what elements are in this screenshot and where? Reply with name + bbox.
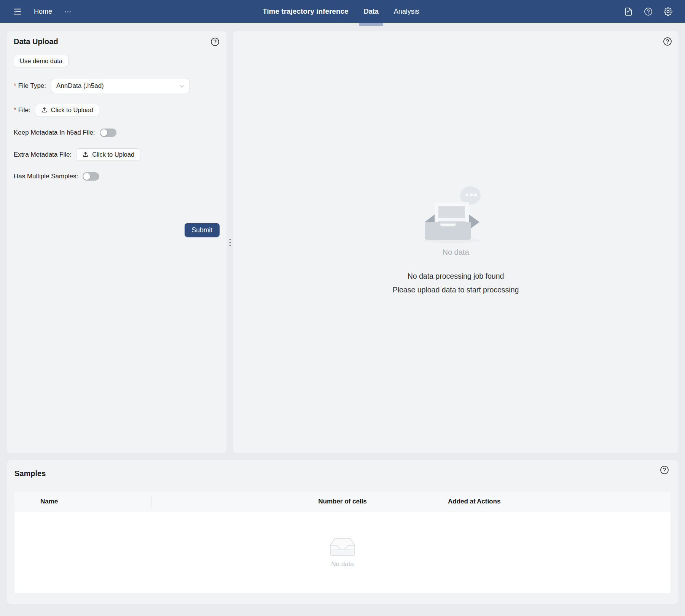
tab-data[interactable]: Data bbox=[364, 0, 379, 23]
samples-panel-help-icon[interactable] bbox=[660, 465, 669, 475]
data-upload-title: Data Upload bbox=[14, 37, 58, 46]
samples-title: Samples bbox=[14, 469, 46, 478]
nav-home-link[interactable]: Home bbox=[34, 8, 52, 16]
extra-metadata-row: Extra Metadata File: Click to Upload bbox=[14, 148, 220, 161]
file-type-label: File Type: bbox=[18, 82, 46, 90]
gear-icon[interactable] bbox=[664, 7, 672, 16]
navbar-left-group: Home ⋯ bbox=[0, 7, 72, 16]
keep-metadata-row: Keep Metadata In h5ad File: bbox=[14, 129, 220, 137]
chevron-down-icon bbox=[179, 83, 185, 89]
column-header-number-of-cells[interactable]: Number of cells bbox=[318, 498, 367, 505]
file-type-select[interactable]: AnnData (.h5ad) bbox=[51, 79, 190, 93]
keep-metadata-label: Keep Metadata In h5ad File: bbox=[14, 129, 95, 137]
multiple-samples-row: Has Multiple Samples: bbox=[14, 172, 220, 181]
upload-icon bbox=[82, 151, 89, 158]
file-type-selected-value: AnnData (.h5ad) bbox=[56, 82, 104, 90]
file-upload-button[interactable]: Click to Upload bbox=[35, 104, 99, 116]
samples-panel: Samples Name Number of cells Added at Ac… bbox=[7, 460, 678, 604]
required-marker: * bbox=[14, 106, 16, 114]
samples-empty-caption: No data bbox=[331, 560, 354, 568]
tab-analysis[interactable]: Analysis bbox=[394, 0, 419, 23]
jobs-empty-message-2: Please upload data to start processing bbox=[393, 286, 519, 294]
navbar-center-group: Time trajectory inference Data Analysis bbox=[263, 0, 419, 23]
samples-table-header: Name Number of cells Added at Actions bbox=[14, 492, 671, 511]
column-header-added-at[interactable]: Added at bbox=[448, 498, 476, 505]
empty-inbox-simple-icon bbox=[327, 537, 358, 557]
file-type-row: * File Type: AnnData (.h5ad) bbox=[14, 79, 220, 93]
file-upload-button-label: Click to Upload bbox=[51, 106, 93, 114]
menu-fold-icon[interactable] bbox=[13, 7, 22, 16]
column-header-name[interactable]: Name bbox=[14, 498, 58, 505]
extra-metadata-label: Extra Metadata File: bbox=[14, 151, 72, 159]
file-label: File: bbox=[18, 106, 30, 114]
top-navbar: Home ⋯ Time trajectory inference Data An… bbox=[0, 0, 685, 23]
column-divider bbox=[151, 495, 151, 508]
data-upload-panel: Data Upload Use demo data * File Type: A… bbox=[7, 31, 226, 453]
nav-more-menu[interactable]: ⋯ bbox=[64, 7, 72, 16]
document-icon[interactable] bbox=[624, 7, 633, 16]
file-row: * File: Click to Upload bbox=[14, 104, 220, 116]
required-marker: * bbox=[14, 82, 16, 90]
empty-inbox-illustration bbox=[421, 184, 491, 243]
extra-metadata-upload-button-label: Click to Upload bbox=[92, 151, 134, 158]
help-icon[interactable] bbox=[644, 7, 653, 16]
app-title: Time trajectory inference bbox=[263, 7, 349, 16]
jobs-empty-message-1: No data processing job found bbox=[408, 272, 504, 281]
jobs-panel-help-icon[interactable] bbox=[663, 37, 672, 46]
upload-icon bbox=[41, 107, 48, 113]
jobs-empty-caption: No data bbox=[442, 248, 469, 257]
column-header-actions[interactable]: Actions bbox=[477, 498, 500, 505]
keep-metadata-toggle[interactable] bbox=[100, 129, 116, 137]
jobs-empty-state: No data No data processing job found Ple… bbox=[393, 184, 519, 294]
submit-button[interactable]: Submit bbox=[185, 223, 220, 237]
processing-jobs-panel: No data No data processing job found Ple… bbox=[233, 31, 678, 453]
upload-panel-help-icon[interactable] bbox=[210, 37, 220, 46]
use-demo-data-button[interactable]: Use demo data bbox=[14, 55, 68, 67]
samples-table: Name Number of cells Added at Actions No… bbox=[14, 492, 671, 593]
navbar-right-group bbox=[624, 7, 685, 16]
multiple-samples-label: Has Multiple Samples: bbox=[14, 173, 78, 180]
extra-metadata-upload-button[interactable]: Click to Upload bbox=[76, 148, 140, 161]
samples-table-empty-state: No data bbox=[14, 511, 671, 593]
panel-resize-handle[interactable] bbox=[229, 239, 231, 246]
multiple-samples-toggle[interactable] bbox=[83, 172, 99, 181]
